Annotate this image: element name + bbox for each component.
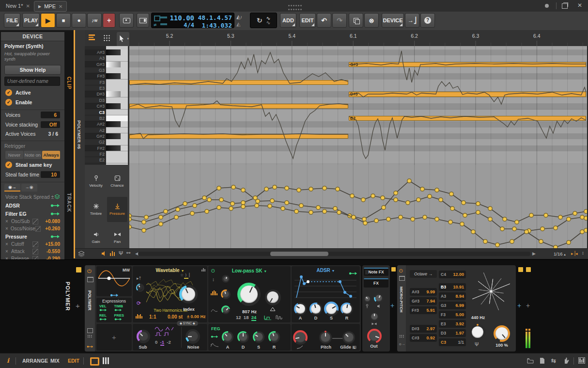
piano-key[interactable] <box>106 139 128 145</box>
pressure-point[interactable] <box>294 209 298 213</box>
pressure-point[interactable] <box>159 215 163 219</box>
project-tab[interactable]: New 1* ✕ <box>2 1 34 11</box>
device-color-swatch[interactable] <box>518 267 523 272</box>
pressure-point[interactable] <box>406 201 410 205</box>
pressure-point[interactable] <box>309 210 313 214</box>
piano-key[interactable] <box>106 110 128 116</box>
pressure-point[interactable] <box>580 215 584 219</box>
add-button[interactable]: ADD <box>280 13 296 28</box>
piano-key[interactable] <box>106 73 128 80</box>
mod-target-row[interactable]: ×Cutoff+15.00 <box>1 240 64 248</box>
delete-button[interactable]: ⊗ <box>364 13 379 28</box>
pressure-point[interactable] <box>253 196 257 200</box>
pressure-point[interactable] <box>488 217 492 221</box>
piano-key[interactable] <box>106 133 128 140</box>
view-arrange[interactable]: ARRANGE <box>22 358 48 364</box>
expression-mod-source[interactable]: TIMB <box>114 304 129 313</box>
pressure-point[interactable] <box>554 226 557 230</box>
filter-fm-knob[interactable] <box>221 289 231 299</box>
pressure-point[interactable] <box>449 220 452 224</box>
device-name-vertical[interactable]: POLYMER <box>87 290 92 310</box>
tuning-cell[interactable]: A#39.99 <box>410 288 437 296</box>
undo-button[interactable]: ↶ <box>317 13 331 28</box>
pressure-point[interactable] <box>241 201 245 205</box>
pressure-lane[interactable] <box>129 165 588 248</box>
mod-wheel-panel[interactable]: MW <box>96 266 132 296</box>
filter-spread-knob[interactable] <box>222 275 230 283</box>
pressure-point[interactable] <box>129 225 131 229</box>
feg-attack-knob[interactable] <box>222 331 233 343</box>
song-position[interactable]: 48.1.4.57 <box>197 14 232 21</box>
v-zoom-icon[interactable]: ↕ <box>582 250 584 256</box>
pressure-point[interactable] <box>309 187 313 191</box>
pressure-point[interactable] <box>217 186 221 190</box>
pressure-point[interactable] <box>281 207 285 210</box>
tuning-cell[interactable]: A38.94 <box>439 292 466 300</box>
mod-source-row[interactable]: ADSR <box>1 201 64 209</box>
pressure-point[interactable] <box>399 215 402 219</box>
pressure-point[interactable] <box>411 217 415 221</box>
play-menu-button[interactable]: PLAY <box>22 13 40 28</box>
pressure-point[interactable] <box>495 243 499 247</box>
pressure-point[interactable] <box>129 217 131 221</box>
piano-key[interactable] <box>106 151 128 158</box>
pressure-point[interactable] <box>159 222 163 226</box>
insert-device-icon[interactable]: →⎦ <box>405 13 419 28</box>
pressure-point[interactable] <box>567 217 571 221</box>
clip-tab[interactable]: CLIP <box>66 77 72 90</box>
fx-tab[interactable]: FX <box>364 278 388 288</box>
slope-shape-icons[interactable] <box>263 314 285 320</box>
pressure-point[interactable] <box>337 210 341 214</box>
pressure-point[interactable] <box>336 187 340 191</box>
pressure-point[interactable] <box>205 209 209 213</box>
multi-panel-icon[interactable] <box>103 357 109 364</box>
feg-sustain-knob[interactable] <box>253 331 264 343</box>
file-icon[interactable] <box>540 357 545 364</box>
tuning-cell[interactable]: C31/1 <box>439 338 466 346</box>
zoom-fit-icon[interactable]: ▸⎥◂ <box>571 251 578 256</box>
pressure-point[interactable] <box>176 208 180 211</box>
pressure-point[interactable] <box>270 199 274 203</box>
pressure-point[interactable] <box>539 240 543 243</box>
glide-knob[interactable] <box>342 331 355 344</box>
pressure-point[interactable] <box>381 196 385 200</box>
fold-notes-icon[interactable]: Ψ <box>119 250 123 256</box>
help-button[interactable]: ? <box>420 13 435 28</box>
record-button[interactable]: ● <box>72 13 86 28</box>
add-device-icon[interactable]: + <box>526 302 530 309</box>
mod-source-row[interactable]: Filter EG <box>1 209 64 218</box>
view-edit[interactable]: EDIT <box>68 358 79 364</box>
close-tab-icon[interactable]: ✕ <box>59 4 62 9</box>
tuning-cell[interactable]: D#32.97 <box>410 325 437 333</box>
keytrack-icon[interactable]: ▸† <box>137 276 141 281</box>
overdub-button[interactable]: + <box>103 13 115 28</box>
pressure-point[interactable] <box>382 206 386 209</box>
timeline-ruler[interactable]: 5.25.35.46.16.26.36.4 <box>129 30 587 47</box>
grid-view-icon[interactable] <box>103 34 110 41</box>
device-rename-input[interactable] <box>4 77 60 86</box>
piano-key[interactable] <box>106 49 128 56</box>
enable-checkbox[interactable]: ✓Enable <box>1 97 64 107</box>
play-button[interactable]: ▶ <box>41 13 55 28</box>
piano-key[interactable] <box>106 145 128 152</box>
pressure-point[interactable] <box>525 230 528 234</box>
pressure-point[interactable] <box>567 240 571 244</box>
pressure-point[interactable] <box>476 210 480 214</box>
tuning-cell[interactable]: D31.97 <box>439 329 466 337</box>
sub-wave-icons[interactable] <box>154 326 184 337</box>
routing-icon[interactable] <box>201 268 205 272</box>
amp-release-knob[interactable] <box>340 303 353 315</box>
pressure-point[interactable] <box>174 215 178 219</box>
expression-mod-source[interactable]: VEL <box>99 304 114 313</box>
grid-resolution[interactable]: 1/16 ▴ <box>554 251 566 256</box>
sync-badge[interactable]: ◆ SYNC ◆ <box>177 321 198 326</box>
pressure-point[interactable] <box>471 230 475 234</box>
velocity-lane-icon[interactable] <box>110 251 115 256</box>
sub-octave-select[interactable]: 0 -1 -2 <box>155 339 171 345</box>
pressure-point[interactable] <box>297 188 301 192</box>
pressure-point[interactable] <box>541 227 544 231</box>
pressure-point[interactable] <box>394 191 398 195</box>
osc-shape-knob[interactable] <box>136 284 144 292</box>
pressure-point[interactable] <box>285 201 289 205</box>
display-profile-button[interactable] <box>137 13 149 28</box>
